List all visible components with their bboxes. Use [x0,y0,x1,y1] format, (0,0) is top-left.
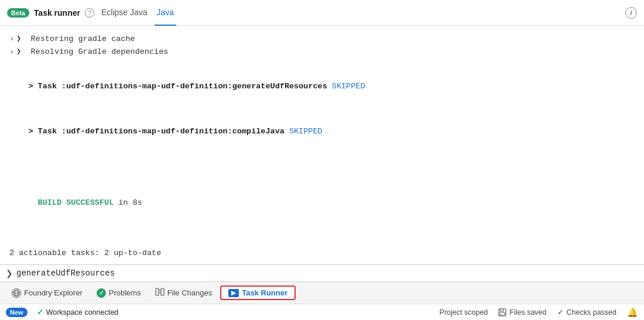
check-icon: ✓ [37,308,43,316]
project-scoped-item: Project scoped [440,308,488,316]
task1-status: SKIPPED [332,82,365,91]
checkmark-icon: ✓ [557,308,564,316]
checks-passed-item: ✓ Checks passed [557,308,616,316]
input-chevron-icon: ❯ [6,269,13,278]
workspace-status-label: Workspace connected [46,308,118,316]
globe-icon [12,288,21,298]
file-changes-label: File Changes [167,288,213,297]
app-title: Task runner [34,8,80,18]
tab-eclipse-java[interactable]: Eclipse Java [99,0,150,26]
build-success-time: in 8s [114,198,142,207]
log-output: ›❯ Restoring gradle cache ›❯ Resolving G… [0,26,644,264]
header: Beta Task runner ? Eclipse Java Java i [0,0,644,26]
project-scoped-label: Project scoped [440,308,488,316]
build-success-line: BUILD SUCCESSFUL in 8s [9,184,635,222]
problems-label: Problems [109,288,141,297]
task-line-2: > Task :udf-definitions-map-udf-definiti… [9,112,635,150]
build-success-label: BUILD SUCCESSFUL [38,198,114,207]
task-runner-label: Task Runner [242,288,287,297]
file-split-icon [155,288,165,298]
bell-icon[interactable]: 🔔 [627,307,638,318]
checks-passed-label: Checks passed [567,308,616,316]
save-icon [498,308,506,316]
task-line-1: > Task :udf-definitions-map-udf-definiti… [9,67,635,105]
svg-rect-4 [161,288,164,295]
beta-badge: Beta [7,8,29,18]
foundry-explorer-label: Foundry Explorer [24,288,83,297]
task-input[interactable] [16,269,638,278]
bottom-toolbar: Foundry Explorer ✓ Problems File Changes… [0,281,644,304]
problems-button[interactable]: ✓ Problems [91,286,147,300]
log-line-2: ›❯ Resolving Gradle dependencies [9,46,635,59]
tab-java[interactable]: Java [155,0,177,26]
files-saved-label: Files saved [509,308,546,316]
foundry-explorer-button[interactable]: Foundry Explorer [6,286,88,300]
task-runner-button[interactable]: ▶ Task Runner [220,285,296,300]
file-changes-button[interactable]: File Changes [149,285,218,300]
check-circle-icon: ✓ [97,288,106,298]
build-success-block: BUILD SUCCESSFUL in 8s 2 actionable task… [9,159,635,264]
new-badge: New [6,308,28,317]
svg-rect-3 [156,288,159,295]
status-bar: New ✓ Workspace connected Project scoped… [0,304,644,320]
files-saved-item: Files saved [498,308,546,316]
status-right: Project scoped Files saved ✓ Checks pass… [440,307,638,318]
log-line-1: ›❯ Restoring gradle cache [9,33,635,46]
task2-status: SKIPPED [289,127,323,136]
info-icon[interactable]: i [625,7,637,19]
workspace-connected: ✓ Workspace connected [37,308,118,316]
task-runner-icon: ▶ [228,289,239,297]
svg-rect-8 [500,312,505,315]
help-icon[interactable]: ? [85,8,94,18]
task-input-area: ❯ [0,264,644,281]
actionable-line: 2 actionable tasks: 2 up-to-date [9,247,635,260]
